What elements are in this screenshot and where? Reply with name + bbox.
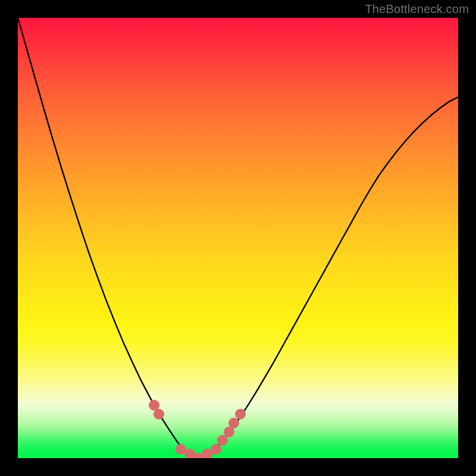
data-marker	[235, 409, 246, 419]
chart-frame: TheBottleneck.com	[0, 0, 476, 476]
data-marker	[228, 418, 239, 428]
plot-area	[18, 18, 458, 458]
data-marker	[154, 409, 164, 419]
data-marker	[217, 435, 228, 446]
watermark-text: TheBottleneck.com	[365, 2, 469, 16]
data-marker	[211, 444, 221, 455]
markers-layer	[18, 18, 458, 458]
